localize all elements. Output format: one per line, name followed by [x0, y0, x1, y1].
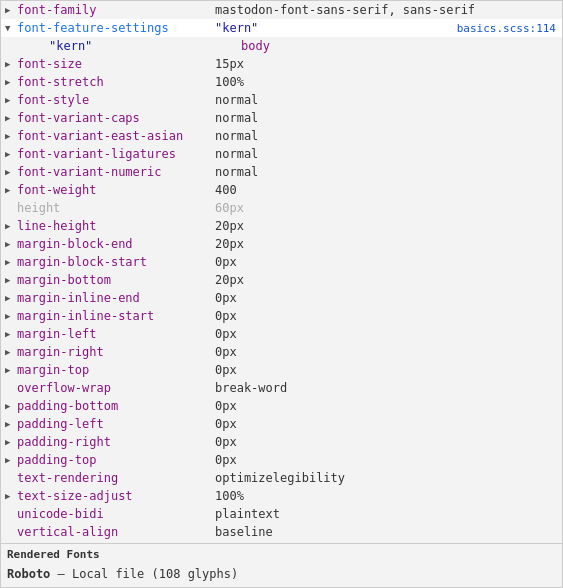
prop-name: font-style — [17, 93, 89, 107]
prop-row-overflow-wrap: overflow-wrap break-word — [1, 379, 562, 397]
prop-name: font-variant-east-asian — [17, 129, 183, 143]
prop-row-padding-left: padding-left 0px — [1, 415, 562, 433]
expand-toggle[interactable] — [5, 311, 15, 321]
expand-toggle[interactable] — [5, 455, 15, 465]
prop-row-line-height: line-height 20px — [1, 217, 562, 235]
prop-row-padding-bottom: padding-bottom 0px — [1, 397, 562, 415]
expand-toggle[interactable] — [5, 329, 15, 339]
prop-value: 0px — [215, 399, 237, 413]
prop-value: normal — [215, 147, 258, 161]
prop-value: 0px — [215, 255, 237, 269]
expand-toggle[interactable] — [5, 59, 15, 69]
source-link[interactable]: basics.scss:114 — [457, 22, 562, 35]
prop-row-font-style: font-style normal — [1, 91, 562, 109]
expand-toggle[interactable] — [5, 185, 15, 195]
prop-name: margin-top — [17, 363, 89, 377]
prop-name: margin-block-start — [17, 255, 147, 269]
expand-toggle[interactable] — [5, 23, 15, 33]
expand-toggle[interactable] — [5, 113, 15, 123]
expand-toggle[interactable] — [5, 149, 15, 159]
prop-name: font-stretch — [17, 75, 104, 89]
prop-name: font-size — [17, 57, 82, 71]
prop-name: padding-left — [17, 417, 104, 431]
prop-row-font-weight: font-weight 400 — [1, 181, 562, 199]
prop-row-margin-bottom: margin-bottom 20px — [1, 271, 562, 289]
prop-name: font-weight — [17, 183, 96, 197]
prop-name: padding-top — [17, 453, 96, 467]
expand-toggle[interactable] — [5, 257, 15, 267]
expand-toggle[interactable] — [5, 167, 15, 177]
prop-row-margin-right: margin-right 0px — [1, 343, 562, 361]
prop-value: 0px — [215, 309, 237, 323]
prop-name: font-variant-ligatures — [17, 147, 176, 161]
prop-name: margin-left — [17, 327, 96, 341]
expand-toggle[interactable] — [5, 221, 15, 231]
prop-value: 15px — [215, 57, 244, 71]
prop-row-font-stretch: font-stretch 100% — [1, 73, 562, 91]
prop-name: text-rendering — [17, 471, 118, 485]
prop-row-font-variant-numeric: font-variant-numeric normal — [1, 163, 562, 181]
prop-row-margin-block-end: margin-block-end 20px — [1, 235, 562, 253]
prop-row-padding-top: padding-top 0px — [1, 451, 562, 469]
rendered-fonts-title: Rendered Fonts — [7, 548, 556, 561]
prop-value: 20px — [215, 219, 244, 233]
prop-value: 0px — [215, 327, 237, 341]
prop-value: 0px — [215, 417, 237, 431]
prop-name: margin-inline-end — [17, 291, 140, 305]
prop-name: font-feature-settings — [17, 21, 169, 35]
prop-name: padding-bottom — [17, 399, 118, 413]
font-source: Local file (108 glyphs) — [72, 567, 238, 581]
prop-value: 0px — [215, 435, 237, 449]
prop-row-text-rendering: text-rendering optimizelegibility — [1, 469, 562, 487]
font-separator: — — [58, 567, 72, 581]
prop-value: optimizelegibility — [215, 471, 345, 485]
prop-row-font-variant-ligatures: font-variant-ligatures normal — [1, 145, 562, 163]
css-properties-list[interactable]: font-family mastodon-font-sans-serif, sa… — [1, 1, 562, 543]
prop-name: margin-block-end — [17, 237, 133, 251]
prop-name: padding-right — [17, 435, 111, 449]
prop-row-margin-inline-end: margin-inline-end 0px — [1, 289, 562, 307]
prop-row-padding-right: padding-right 0px — [1, 433, 562, 451]
prop-name: font-variant-caps — [17, 111, 140, 125]
prop-row-unicode-bidi: unicode-bidi plaintext — [1, 505, 562, 523]
rendered-fonts-section: Rendered Fonts Roboto — Local file (108 … — [1, 543, 562, 587]
prop-value: 0px — [215, 345, 237, 359]
prop-name: overflow-wrap — [17, 381, 111, 395]
prop-value: 0px — [215, 453, 237, 467]
prop-value-string: "kern" — [215, 21, 258, 35]
prop-value: 0px — [215, 291, 237, 305]
expand-toggle[interactable] — [5, 5, 15, 15]
prop-row-font-feature-settings: font-feature-settings "kern" basics.scss… — [1, 19, 562, 37]
kern-value: "kern" — [49, 39, 92, 53]
expand-toggle[interactable] — [5, 437, 15, 447]
prop-row-kern-body: "kern" body — [1, 37, 562, 55]
prop-value: mastodon-font-sans-serif, sans-serif — [215, 3, 475, 17]
prop-value: 100% — [215, 489, 244, 503]
prop-name: unicode-bidi — [17, 507, 104, 521]
expand-toggle[interactable] — [5, 365, 15, 375]
prop-value: normal — [215, 129, 258, 143]
expand-toggle[interactable] — [5, 275, 15, 285]
expand-toggle[interactable] — [5, 419, 15, 429]
prop-row-margin-top: margin-top 0px — [1, 361, 562, 379]
prop-row-font-variant-east-asian: font-variant-east-asian normal — [1, 127, 562, 145]
expand-toggle[interactable] — [5, 491, 15, 501]
expand-toggle[interactable] — [5, 401, 15, 411]
prop-value: 60px — [215, 201, 244, 215]
css-properties-panel: font-family mastodon-font-sans-serif, sa… — [0, 0, 563, 588]
prop-value: plaintext — [215, 507, 280, 521]
expand-toggle[interactable] — [5, 95, 15, 105]
expand-toggle[interactable] — [5, 293, 15, 303]
prop-value: 20px — [215, 273, 244, 287]
prop-row-font-size: font-size 15px — [1, 55, 562, 73]
prop-value: baseline — [215, 525, 273, 539]
prop-value: normal — [215, 93, 258, 107]
prop-row-margin-left: margin-left 0px — [1, 325, 562, 343]
expand-toggle[interactable] — [5, 77, 15, 87]
expand-toggle[interactable] — [5, 131, 15, 141]
prop-name: font-variant-numeric — [17, 165, 162, 179]
body-keyword: body — [233, 39, 270, 53]
prop-value: 400 — [215, 183, 237, 197]
expand-toggle[interactable] — [5, 239, 15, 249]
expand-toggle[interactable] — [5, 347, 15, 357]
